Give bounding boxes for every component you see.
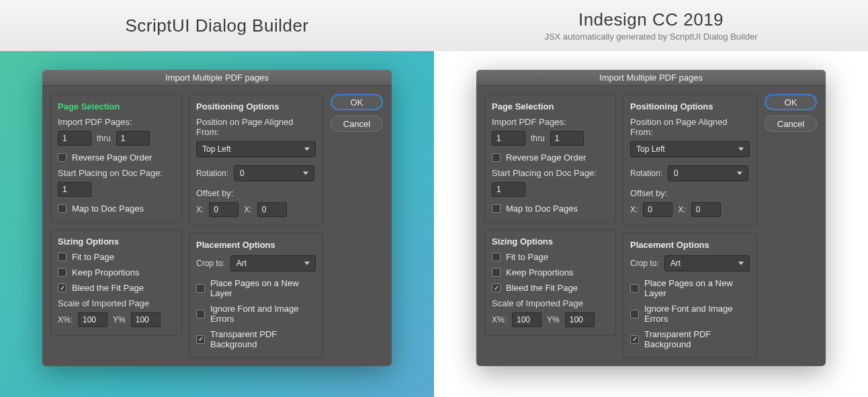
to-page-input-r[interactable]	[550, 131, 584, 146]
crop-value: Art	[236, 259, 247, 268]
offset-x-input-r[interactable]	[643, 202, 672, 217]
reverse-label: Reverse Page Order	[72, 152, 152, 163]
scale-label-r: Scale of Imported Page	[492, 298, 609, 308]
ypct-label-r: Y%	[547, 315, 560, 324]
group-positioning: Positioning Options Position on Page Ali…	[189, 94, 323, 226]
newlayer-label-r: Place Pages on a New Layer	[644, 278, 750, 298]
ignore-checkbox[interactable]	[196, 310, 205, 318]
offset-x-label-r: X:	[630, 205, 638, 214]
import-pages-label: Import PDF Pages:	[58, 117, 175, 127]
reverse-checkbox[interactable]	[58, 153, 67, 162]
offset-x-label: X:	[196, 205, 204, 214]
crop-dropdown-r[interactable]: Art	[664, 255, 750, 271]
ignore-checkbox-r[interactable]	[630, 310, 639, 318]
xpct-input[interactable]	[78, 312, 107, 327]
dialog-titlebar: Import Multiple PDF pages	[42, 70, 392, 86]
ignore-label-r: Ignore Font and Image Errors	[644, 304, 750, 324]
rotation-value-r: 0	[674, 169, 679, 178]
newlayer-checkbox[interactable]	[196, 284, 205, 293]
group-page-selection-r: Page Selection Import PDF Pages: thru Re…	[484, 94, 616, 222]
transparent-checkbox[interactable]	[196, 335, 205, 344]
map-checkbox-r[interactable]	[492, 204, 501, 213]
positioning-title-r: Positioning Options	[630, 101, 750, 112]
right-subtitle: JSX automatically generated by ScriptUI …	[544, 32, 757, 42]
rotation-dropdown[interactable]: 0	[234, 165, 314, 181]
fit-label-r: Fit to Page	[506, 252, 548, 262]
position-dropdown[interactable]: Top Left	[196, 141, 316, 157]
dialog-left: Import Multiple PDF pages Page Selection…	[42, 70, 392, 366]
fit-checkbox-r[interactable]	[492, 253, 501, 261]
positioning-title: Positioning Options	[196, 101, 316, 112]
keep-checkbox[interactable]	[58, 268, 67, 277]
from-page-input[interactable]	[58, 131, 91, 146]
ok-button-r[interactable]: OK	[765, 94, 817, 110]
header-right: Indesign CC 2019 JSX automatically gener…	[434, 0, 868, 51]
xpct-input-r[interactable]	[512, 312, 541, 327]
start-placing-label-r: Start Placing on Doc Page:	[492, 168, 609, 178]
panel-indesign: Import Multiple PDF pages Page Selection…	[434, 51, 868, 397]
start-page-input[interactable]	[58, 182, 91, 197]
xpct-label: X%:	[58, 315, 73, 324]
position-value: Top Left	[202, 144, 231, 154]
newlayer-label: Place Pages on a New Layer	[210, 278, 316, 298]
group-placement: Placement Options Crop to: Art Place Pag…	[189, 232, 323, 358]
placement-title: Placement Options	[196, 240, 316, 250]
crop-label: Crop to:	[196, 259, 225, 268]
map-label-r: Map to Doc Pages	[506, 204, 578, 214]
group-placement-r: Placement Options Crop to: Art Place Pag…	[623, 232, 757, 358]
scale-label: Scale of Imported Page	[58, 298, 175, 308]
offset-x-input[interactable]	[209, 202, 238, 217]
keep-label: Keep Proportions	[72, 267, 139, 277]
offset-x2-input-r[interactable]	[691, 202, 721, 217]
offset-x2-label-r: X:	[678, 205, 685, 214]
rotation-value: 0	[240, 169, 245, 178]
header-left: ScriptUI Dialog Builder	[0, 0, 434, 51]
left-title: ScriptUI Dialog Builder	[125, 15, 308, 36]
start-placing-label: Start Placing on Doc Page:	[58, 168, 175, 178]
xpct-label-r: X%:	[492, 315, 507, 324]
map-label: Map to Doc Pages	[72, 204, 144, 214]
crop-dropdown[interactable]: Art	[230, 255, 316, 271]
header-bar: ScriptUI Dialog Builder Indesign CC 2019…	[0, 0, 868, 51]
panel-scriptui: Import Multiple PDF pages Page Selection…	[0, 51, 434, 397]
dialog-titlebar-right: Import Multiple PDF pages	[476, 70, 826, 86]
ok-button[interactable]: OK	[331, 94, 383, 110]
offset-label-r: Offset by:	[630, 188, 750, 198]
cancel-button-r[interactable]: Cancel	[765, 116, 817, 132]
keep-label-r: Keep Proportions	[506, 267, 573, 277]
to-page-input[interactable]	[116, 131, 150, 146]
dialog-right: Import Multiple PDF pages Page Selection…	[476, 70, 826, 366]
page-selection-title-r: Page Selection	[492, 101, 609, 112]
thru-label: thru	[97, 134, 111, 143]
offset-label: Offset by:	[196, 188, 316, 198]
group-sizing-r: Sizing Options Fit to Page Keep Proporti…	[484, 229, 616, 336]
start-page-input-r[interactable]	[492, 182, 525, 197]
fit-label: Fit to Page	[72, 252, 114, 262]
sizing-title-r: Sizing Options	[492, 236, 609, 247]
ypct-input[interactable]	[131, 312, 161, 327]
bleed-checkbox-r[interactable]	[492, 283, 501, 292]
transparent-label: Transparent PDF Background	[210, 329, 316, 349]
position-dropdown-r[interactable]: Top Left	[630, 141, 750, 157]
from-page-input-r[interactable]	[492, 131, 525, 146]
cancel-button[interactable]: Cancel	[331, 116, 383, 132]
ypct-input-r[interactable]	[565, 312, 595, 327]
keep-checkbox-r[interactable]	[492, 268, 501, 277]
thru-label-r: thru	[531, 134, 545, 143]
transparent-checkbox-r[interactable]	[630, 335, 639, 344]
placement-title-r: Placement Options	[630, 240, 750, 250]
group-sizing: Sizing Options Fit to Page Keep Proporti…	[50, 229, 182, 336]
reverse-label-r: Reverse Page Order	[506, 152, 586, 163]
import-pages-label-r: Import PDF Pages:	[492, 117, 609, 127]
bleed-checkbox[interactable]	[58, 283, 67, 292]
rotation-dropdown-r[interactable]: 0	[668, 165, 748, 181]
fit-checkbox[interactable]	[58, 253, 67, 261]
map-checkbox[interactable]	[58, 204, 67, 213]
rotation-label-r: Rotation:	[630, 169, 662, 178]
offset-x2-label: X:	[244, 205, 251, 214]
newlayer-checkbox-r[interactable]	[630, 284, 639, 293]
bleed-label: Bleed the Fit Page	[72, 283, 144, 293]
group-page-selection: Page Selection Import PDF Pages: thru Re…	[50, 94, 182, 222]
offset-x2-input[interactable]	[257, 202, 287, 217]
reverse-checkbox-r[interactable]	[492, 153, 501, 162]
